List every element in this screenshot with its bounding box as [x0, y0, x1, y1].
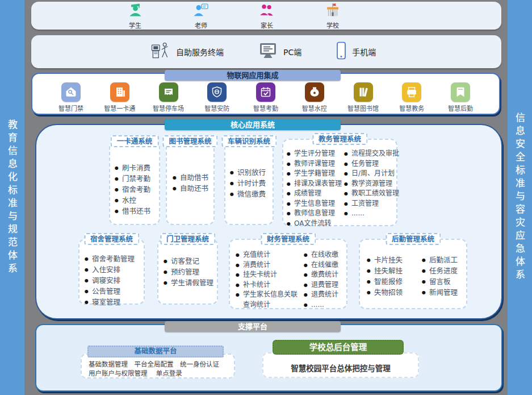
iot-security: 智慧安防 — [195, 82, 238, 113]
users-panel: 学生 老师 家长 — [31, 2, 501, 30]
list-item: 缴费统计 — [304, 270, 338, 280]
list-item: 访客登记 — [164, 256, 213, 267]
list-item: 消费统计 — [236, 260, 300, 271]
list-item: 智能报修 — [367, 276, 403, 287]
card-logistics-system: 后勤管理系统 卡片挂失 挂失解挂 智能报修 失物招领 后勤派工 任务进度 留言板… — [359, 239, 467, 309]
list-item: 退费管理 — [304, 280, 338, 290]
academic-icon — [402, 82, 421, 102]
iot-label: 智慧停车场 — [153, 103, 184, 113]
list-item: 刷卡消费 — [115, 163, 159, 173]
list-item: 公告管理 — [85, 286, 144, 297]
card-title: 财务管理系统 — [261, 233, 316, 245]
list-item: 成绩管理 — [287, 189, 342, 199]
terminals-panel: 自助服务终端 PC端 手机端 — [31, 35, 501, 68]
list-item: 在线收缴 — [304, 250, 338, 260]
iot-label: 智慧图书馆 — [347, 103, 379, 113]
school-backend-title: 学校总后台管理 — [273, 340, 404, 355]
user-label: 家长 — [261, 20, 273, 30]
list-item: 新闻管理 — [422, 287, 458, 298]
list-item: 后勤派工 — [422, 255, 458, 265]
list-item: 日/周、月计划 — [344, 169, 399, 179]
iot-campus-card: 智慧一卡通 — [98, 82, 141, 113]
card-columns: 卡片挂失 挂失解挂 智能报修 失物招领 后勤派工 任务进度 留言板 新闻管理 — [367, 255, 466, 298]
iot-logistics: 智慧后勤 — [439, 82, 482, 113]
security-icon — [207, 82, 227, 102]
user-school: 学校 — [315, 2, 350, 30]
card-dormitory-system: 宿舍管理系统 宿舍考勤管理 入住安排 调寝安排 公告管理 寝室管理 — [78, 239, 145, 305]
list-item: 学生信息管理 — [287, 199, 342, 209]
list-item: 工资管理 — [344, 199, 399, 209]
attendance-icon — [256, 82, 275, 102]
list-item: ...... — [304, 300, 338, 310]
card-item-list: 卡片挂失 挂失解挂 智能报修 失物招领 — [367, 255, 403, 298]
school-backend-box: 智慧校园平台总体把控与管理 — [262, 352, 419, 378]
student-icon — [128, 2, 143, 20]
parents-icon — [259, 2, 275, 20]
list-item: 留言板 — [422, 276, 458, 287]
iot-water-control: 智慧水控 — [293, 82, 336, 113]
user-parents: 家长 — [249, 2, 284, 30]
card-item-list: 刷卡消费 门禁考勤 宿舍考勤 水控 借书还书 — [115, 163, 159, 217]
list-item: ...... — [344, 209, 399, 219]
list-item: 借书还书 — [115, 206, 159, 217]
basic-data-line: 基础数据管理 平台全局配置 统一身份认证 — [89, 360, 234, 369]
list-item: 学生家长信息关联查询统计 — [236, 290, 300, 310]
left-pillar: 教育信息化标准与规范体系 — [0, 0, 24, 395]
iot-library: 智慧图书馆 — [342, 82, 385, 113]
pc-icon — [258, 42, 278, 61]
list-item: OA文件流转 — [287, 219, 342, 229]
smart-campus-architecture-diagram: 教育信息化标准与规范体系 信息安全标准与容灾应急体系 学生 — [0, 0, 532, 395]
list-item: 自助借书 — [173, 172, 208, 183]
iot-academic: 智慧教务 — [390, 82, 433, 113]
iot-door-access: 智慧门禁 — [49, 82, 93, 113]
user-teacher: 老师 — [183, 2, 219, 30]
card-item-list: 宿舍考勤管理 入住安排 调寝安排 公告管理 寝室管理 — [85, 253, 144, 307]
school-icon — [325, 2, 341, 20]
terminal-label: 手机端 — [352, 46, 376, 57]
iot-label: 智慧水控 — [302, 103, 327, 113]
card-item-list: 学生评分管理 教师评课管理 学生学籍管理 排课及课表管理 成绩管理 学生信息管理… — [287, 149, 342, 228]
card-title: 教务管理系统 — [312, 133, 367, 145]
user-label: 学校 — [326, 20, 339, 30]
iot-label: 智慧后勤 — [448, 103, 473, 113]
list-item: 学生学籍管理 — [287, 169, 342, 179]
list-item: 学生评分管理 — [287, 149, 342, 159]
iot-label: 智慧教务 — [399, 103, 424, 113]
left-pillar-label: 教育信息化标准与规范体系 — [5, 119, 19, 276]
iot-label: 智慧一卡通 — [104, 103, 135, 113]
list-item: 挂失卡统计 — [236, 270, 300, 280]
card-item-list: 在线收缴 在线催缴 缴费统计 退费管理 退费统计 ...... — [304, 250, 338, 310]
terminal-mobile: 手机端 — [336, 41, 376, 62]
iot-section-header: 物联网应用集成 — [165, 70, 341, 81]
list-item: 水控 — [115, 195, 159, 206]
list-item: 识别放行 — [230, 167, 266, 178]
card-vehicle-recognition-system: 车辆识别系统 识别放行 计时计费 微信缴费 — [224, 141, 274, 225]
card-item-list: 访客登记 预约管理 学生请假管理 — [164, 256, 213, 288]
iot-label: 智慧考勤 — [253, 103, 278, 113]
card-academic-affairs-system: 教务管理系统 学生评分管理 教师评课管理 学生学籍管理 排课及课表管理 成绩管理… — [282, 139, 397, 226]
list-item: 排课及课表管理 — [287, 179, 342, 189]
card-item-list: 充值统计 消费统计 挂失卡统计 补卡统计 学生家长信息关联查询统计 — [236, 250, 300, 310]
door-access-icon — [61, 82, 81, 102]
basic-data-platform-title: 基础数据平台 — [87, 346, 224, 357]
core-section-header: 核心应用系统 — [165, 119, 341, 130]
user-student: 学生 — [118, 2, 153, 30]
list-item: 任务管理 — [344, 159, 399, 169]
card-columns: 学生评分管理 教师评课管理 学生学籍管理 排课及课表管理 成绩管理 学生信息管理… — [287, 149, 396, 228]
card-finance-system: 财务管理系统 充值统计 消费统计 挂失卡统计 补卡统计 学生家长信息关联查询统计… — [229, 239, 347, 309]
card-onecard-system: 一卡通系统 刷卡消费 门禁考勤 宿舍考勤 水控 借书还书 — [109, 141, 160, 225]
right-pillar: 信息安全标准与容灾应急体系 — [508, 0, 532, 395]
list-item: 补卡统计 — [236, 280, 300, 290]
iot-label: 智慧门禁 — [58, 103, 83, 113]
basic-data-line: 用户账户与权限管理 单点登录 — [89, 369, 234, 378]
list-item: 挂失解挂 — [367, 265, 403, 276]
list-item: 卡片挂失 — [367, 255, 403, 265]
iot-parking: 智慧停车场 — [147, 82, 190, 113]
list-item: 入住安排 — [85, 264, 144, 275]
card-item-list: 后勤派工 任务进度 留言板 新闻管理 — [422, 255, 458, 298]
support-section-header: 支撑平台 — [165, 321, 341, 332]
iot-label: 智慧安防 — [204, 103, 229, 113]
terminal-label: 自助服务终端 — [176, 46, 224, 57]
card-item-list: 自助借书 自助还书 — [173, 172, 208, 194]
list-item: 教师信息管理 — [287, 209, 342, 219]
